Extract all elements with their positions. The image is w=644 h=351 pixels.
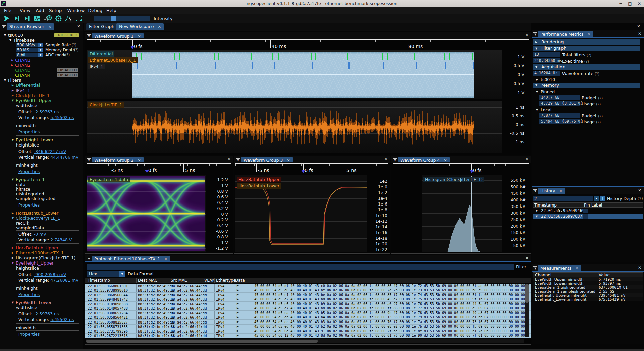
tab-close-icon[interactable]: ✕ [164, 257, 167, 261]
measurement-row[interactable]: Eyepattern_1.samplesIntegrated2.55 GS [533, 289, 643, 293]
measurement-row[interactable]: EyeHeight_Lower.minheight675.15439 mV [533, 297, 643, 301]
y-axis-label[interactable]: 1e-6 [378, 201, 387, 207]
jitter-histogram-plot[interactable] [422, 175, 502, 252]
tree-item-eyeheight-upper[interactable]: ▼EyeHeight_Upper [0, 260, 83, 266]
tree-subitem-widthslice[interactable]: widthslice [16, 305, 37, 310]
properties-link[interactable]: Properties [18, 292, 40, 297]
chevron-right-icon[interactable]: ▶ [12, 256, 14, 259]
y-axis-label[interactable]: -1.2 V [216, 246, 228, 251]
y-axis-label[interactable]: 0.2 V [217, 206, 228, 211]
packet-row[interactable]: 22:01:56.2872213616b8:3f:d2:bc:49:da88:a… [85, 334, 531, 338]
tab-protocol[interactable]: Protocol: Ethernet100baseTX_1 ✕ [92, 256, 170, 261]
property-value-link[interactable]: 5.45502 ns [50, 317, 74, 322]
help-icon[interactable]: (?) [596, 120, 601, 124]
channel-label-chip[interactable]: Differential [88, 51, 114, 57]
y-axis-label[interactable]: 0.5 V [514, 63, 524, 68]
y-axis-label[interactable]: -1 V [220, 240, 228, 245]
y-axis-label[interactable]: 350 k# [510, 204, 526, 209]
tab-close-icon[interactable]: ✕ [559, 189, 562, 193]
tab-close-icon[interactable]: ✕ [158, 25, 161, 29]
history-depth-decrement-button[interactable]: - [594, 196, 599, 201]
y-axis-label[interactable]: 0.4 V [217, 200, 228, 205]
section-header-filter-graph[interactable]: ▼Filter graph [533, 46, 640, 51]
y-axis-label[interactable]: 0.8 V [217, 189, 228, 194]
help-icon[interactable]: (?) [596, 102, 601, 106]
chevron-down-icon[interactable]: ▼ [12, 301, 14, 304]
y-axis-label[interactable]: 0 V [221, 212, 228, 217]
tree-item-horzbathtub-upper[interactable]: ▶HorzBathtub_Upper [0, 245, 83, 250]
tree-subitem-minheight[interactable]: minheight [16, 286, 37, 291]
channel-label-chip[interactable]: IPv4_1 [88, 64, 105, 69]
menu-item-file[interactable]: File [3, 8, 13, 13]
tab-close-icon[interactable]: ✕ [48, 25, 51, 29]
single-trigger-icon[interactable] [13, 15, 21, 22]
tree-subitem-recclk[interactable]: recClk [16, 221, 29, 226]
section-header-rendering[interactable]: ▶Rendering [533, 39, 640, 45]
tab-new-workspace[interactable]: New Workspace ✕ [116, 23, 164, 30]
panel-close-icon[interactable]: ✕ [525, 256, 529, 260]
tree-item-clockrecoverypll-1[interactable]: ▼ClockRecoveryPLL_1 [0, 216, 83, 221]
y-axis-label[interactable]: 1e-10 [375, 213, 387, 218]
y-axis-label[interactable]: 0 ns [516, 122, 524, 127]
intensity-slider-handle[interactable] [111, 16, 116, 21]
y-axis-label[interactable]: -0.2 V [216, 217, 228, 222]
tree-subitem-minwidth[interactable]: minwidth [16, 325, 36, 330]
trace-label-chip[interactable]: HorzBathtub_Lower [237, 183, 281, 189]
trigger-marker-icon[interactable] [470, 170, 474, 175]
protocol-hscrollbar-thumb[interactable] [86, 340, 318, 343]
properties-link[interactable]: Properties [18, 202, 40, 208]
column-header-src-mac[interactable]: Src MAC [171, 278, 187, 283]
chevron-down-icon[interactable]: ▼ [535, 66, 537, 69]
section-header-acquisition[interactable]: ▼Acquisition [533, 64, 640, 70]
packet-row[interactable]: 22:01:55.9868566644b8:3f:d2:bc:49:da88:a… [85, 293, 531, 297]
y-axis-label[interactable]: 250 k# [510, 217, 526, 222]
trigger-marker-icon[interactable] [301, 170, 305, 175]
measurement-row[interactable]: EyeWidth_Lower.minwidth5.93797 ns [533, 281, 643, 285]
row-expand-icon[interactable]: ▶ [237, 284, 239, 287]
tree-subitem-samplesintegrated[interactable]: samplesIntegrated [16, 196, 55, 201]
tab-close-icon[interactable]: ✕ [575, 266, 578, 271]
measurement-row[interactable]: EyeWidth_Upper.minwidth5.71920 ns [533, 277, 643, 281]
y-axis-label[interactable]: -1 ns [514, 139, 524, 144]
panel-close-icon[interactable]: ✕ [77, 24, 80, 29]
chevron-down-icon[interactable]: ▼ [535, 84, 537, 87]
y-axis-label[interactable]: 1e-22 [375, 247, 387, 252]
history-depth-increment-button[interactable]: + [600, 196, 605, 201]
eye-pattern-plot[interactable] [87, 176, 205, 251]
tree-item-horzbathtub-lower[interactable]: ▶HorzBathtub_Lower [0, 211, 83, 216]
intensity-slider[interactable] [94, 16, 150, 21]
column-header-timestamp[interactable]: Timestamp [534, 203, 557, 208]
panel-close-icon[interactable]: ✕ [638, 188, 641, 193]
column-header-label[interactable]: Label [591, 203, 602, 208]
chevron-right-icon[interactable]: ▶ [535, 41, 537, 44]
y-axis-label[interactable]: 1 V [221, 183, 228, 188]
column-header-timestamp[interactable]: Timestamp [88, 278, 110, 283]
title-bar[interactable]: ngscopeclient v0.1.1-8-gd3a7a17fe - ethe… [0, 0, 644, 7]
column-header-data[interactable]: Data [235, 278, 245, 283]
y-axis-label[interactable]: 1e-0 [378, 184, 387, 189]
history-row[interactable]: ▼22:01:56.2699763774 [533, 214, 643, 219]
packet-row[interactable]: 22:01:55.9948481742b8:3f:d2:bc:49:da88:a… [85, 297, 531, 302]
history-depth-input[interactable]: 2 [533, 196, 593, 201]
tab-stream-browser[interactable]: Stream Browser ✕ [7, 23, 54, 30]
y-axis-label[interactable]: 0.5 ns [512, 113, 524, 118]
property-value-link[interactable]: -900.20585 mV [34, 272, 66, 277]
y-axis-label[interactable]: 200 k# [510, 224, 526, 229]
menu-item-window[interactable]: Window [66, 8, 86, 13]
chevron-right-icon[interactable]: ▶ [12, 246, 14, 249]
help-icon[interactable]: (?) [598, 96, 603, 100]
tree-item-ethernet100basetx-1[interactable]: ▶Ethernet100baseTX_1 [0, 250, 83, 255]
property-value-link[interactable]: 2.74348 V [50, 237, 72, 242]
row-expand-icon[interactable]: ▶ [237, 329, 239, 332]
arm-trigger-play-icon[interactable] [3, 15, 11, 22]
packet-row[interactable]: 22:01:56.0558731365b8:3f:d2:bc:49:da88:a… [85, 325, 531, 329]
section-header-memory[interactable]: ▼Memory [533, 83, 640, 88]
measurement-row[interactable]: Eyepattern_1.uisIntegrated637.50061M UI [533, 285, 643, 289]
column-header-vlan[interactable]: VLAN [204, 278, 215, 283]
y-axis-label[interactable]: -0.5 ns [510, 131, 524, 136]
packet-row[interactable]: 22:01:55.9668861301b8:3f:d2:bc:49:da88:a… [85, 284, 531, 288]
tree-subitem-hitrate[interactable]: hitrate [16, 187, 30, 192]
column-header-pin[interactable]: Pin [584, 203, 590, 208]
chevron-down-icon[interactable]: ▼ [536, 215, 538, 218]
y-axis-label[interactable]: 1e-12 [375, 219, 387, 224]
